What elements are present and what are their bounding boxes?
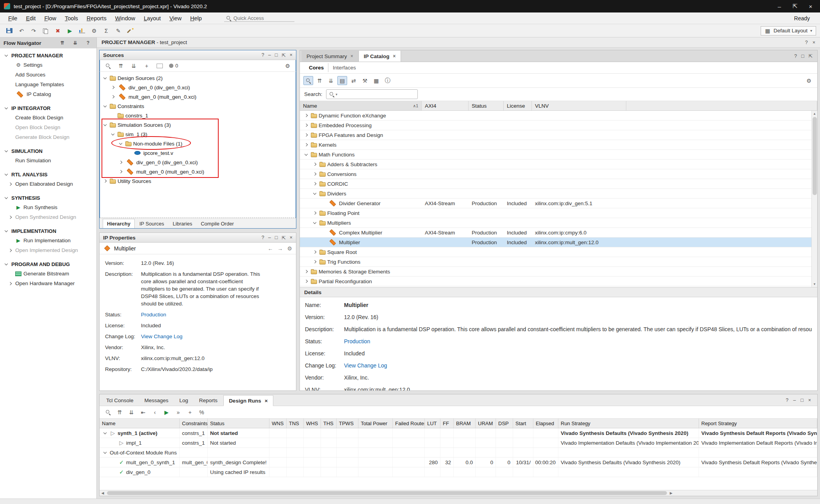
column-header-failed-routes[interactable]: Failed Routes: [393, 419, 425, 428]
column-header-elapsed[interactable]: Elapsed: [533, 419, 558, 428]
edit-button[interactable]: ✎: [113, 26, 124, 36]
chevron-right-icon[interactable]: [110, 84, 116, 91]
chevron-right-icon[interactable]: [312, 249, 318, 255]
step-forward-button[interactable]: »: [173, 408, 183, 417]
source-row-mult-gen-0-mult-gen-0-xci[interactable]: mult_gen_0 (mult_gen_0.xci): [100, 92, 296, 101]
flownav-section-header-program-and-debug[interactable]: PROGRAM AND DEBUG: [0, 259, 96, 269]
collapse-button[interactable]: ⇈: [115, 408, 125, 417]
flownav-section-header-implementation[interactable]: IMPLEMENTATION: [0, 226, 96, 236]
expand-button[interactable]: ⇊: [129, 61, 139, 70]
flownav-item-open-synthesized-design[interactable]: Open Synthesized Design: [0, 212, 96, 222]
scroll-right-icon[interactable]: ▶: [668, 491, 674, 495]
catalog-row-partial-reconfiguration[interactable]: Partial Reconfiguration: [300, 277, 817, 286]
column-header-constraints[interactable]: Constraints: [180, 419, 208, 428]
flownav-section-header-synthesis[interactable]: SYNTHESIS: [0, 193, 96, 202]
chevron-down-icon[interactable]: [3, 148, 9, 154]
search-button[interactable]: [103, 61, 113, 70]
grid-button[interactable]: ▦: [371, 76, 381, 85]
catalog-row-floating-point[interactable]: Floating Point: [300, 208, 817, 218]
close-icon[interactable]: ×: [290, 235, 292, 241]
source-row-constrs-1[interactable]: constrs_1: [100, 111, 296, 120]
run-row-out-of-context-module-runs[interactable]: Out-of-Context Module Runs: [100, 448, 817, 458]
flownav-item-language-templates[interactable]: Language Templates: [0, 80, 96, 89]
catalog-row-adders-subtracters[interactable]: Adders & Subtracters: [300, 160, 817, 169]
maximize-icon[interactable]: ⇱: [282, 52, 285, 58]
tab-reports[interactable]: Reports: [194, 395, 223, 406]
property-value[interactable]: View Change Log: [344, 362, 812, 369]
chevron-down-icon[interactable]: [312, 220, 318, 226]
source-row-mult-gen-0-mult-gen-0-xci[interactable]: mult_gen_0 (mult_gen_0.xci): [100, 167, 296, 176]
catalog-row-divider-generator[interactable]: Divider GeneratorAXI4-StreamProductionIn…: [300, 199, 817, 208]
menu-flow[interactable]: Flow: [40, 14, 61, 23]
chevron-right-icon[interactable]: [7, 214, 13, 220]
column-header-dsp[interactable]: DSP: [496, 419, 513, 428]
help-icon[interactable]: ?: [794, 53, 797, 59]
flownav-item-settings[interactable]: ⚙Settings: [0, 60, 96, 70]
collapse-button[interactable]: ⇈: [57, 39, 67, 48]
column-header-name[interactable]: Name: [100, 419, 180, 428]
step-back-button[interactable]: ‹: [150, 408, 160, 417]
chevron-down-icon[interactable]: [3, 261, 9, 267]
chevron-down-icon[interactable]: [102, 75, 108, 81]
chevron-right-icon[interactable]: [303, 122, 309, 128]
info-button[interactable]: ⓘ: [383, 76, 392, 85]
forward-icon[interactable]: →: [277, 245, 283, 252]
detach-button[interactable]: ⇄: [349, 76, 358, 85]
scrollbar-thumb[interactable]: [813, 117, 817, 195]
help-icon[interactable]: ?: [786, 398, 788, 403]
chevron-down-icon[interactable]: [102, 122, 108, 128]
source-row-div-gen-0-div-gen-0-xci[interactable]: div_gen_0 (div_gen_0.xci): [100, 158, 296, 167]
tab-compile-order[interactable]: Compile Order: [197, 219, 238, 228]
help-icon[interactable]: ?: [262, 235, 264, 241]
close-icon[interactable]: ×: [290, 52, 292, 58]
flownav-section-header-project-manager[interactable]: PROJECT MANAGER: [0, 51, 96, 60]
column-header-ths[interactable]: THS: [321, 419, 337, 428]
flownav-item-add-sources[interactable]: Add Sources: [0, 70, 96, 80]
minimize-icon[interactable]: –: [772, 1, 787, 11]
add-button[interactable]: +: [142, 61, 152, 70]
close-icon[interactable]: ×: [803, 1, 818, 11]
maximize-icon[interactable]: ⇱: [809, 53, 813, 59]
property-value[interactable]: Production: [344, 338, 812, 345]
flownav-section-header-simulation[interactable]: SIMULATION: [0, 146, 96, 156]
close-icon[interactable]: ×: [393, 53, 396, 59]
property-value[interactable]: View Change Log: [141, 333, 182, 340]
add-button[interactable]: +: [185, 408, 195, 417]
delete-button[interactable]: ✖: [52, 26, 63, 36]
column-header-start[interactable]: Start: [513, 419, 533, 428]
scrollbar-thumb[interactable]: [107, 491, 667, 495]
chevron-down-icon[interactable]: [3, 195, 9, 201]
chevron-down-icon[interactable]: [303, 151, 309, 158]
column-header-uram[interactable]: URAM: [476, 419, 496, 428]
menu-window[interactable]: Window: [111, 14, 140, 23]
column-header-total-power[interactable]: Total Power: [358, 419, 393, 428]
chevron-down-icon[interactable]: [102, 103, 108, 109]
search-button[interactable]: [303, 76, 313, 85]
sigma-button[interactable]: Σ: [101, 26, 112, 36]
column-header-vlnv[interactable]: VLNV: [532, 101, 626, 110]
tab-tcl-console[interactable]: Tcl Console: [101, 395, 139, 406]
catalog-search-input[interactable]: [338, 91, 415, 97]
menu-edit[interactable]: Edit: [21, 14, 40, 23]
close-icon[interactable]: ×: [808, 398, 811, 403]
source-row-simulation-sources-3[interactable]: Simulation Sources (3): [100, 120, 296, 130]
gear-icon[interactable]: ⚙: [287, 245, 292, 252]
source-row-sim-1-3[interactable]: sim_1 (3): [100, 130, 296, 139]
run-row-mult-gen-0-synth-1[interactable]: ✓mult_gen_0_synth_1mult_gen_0synth_desig…: [100, 458, 817, 467]
run-row-synth-1-active[interactable]: ▷synth_1 (active)constrs_1Not startedViv…: [100, 428, 817, 438]
collapse-button[interactable]: ⇈: [116, 61, 126, 70]
save-button[interactable]: [4, 26, 15, 36]
step-first-button[interactable]: ⇤: [138, 408, 148, 417]
tab-ip-catalog[interactable]: IP Catalog×: [359, 51, 401, 62]
catalog-row-multiplier[interactable]: MultiplierProductionIncludedxilinx.com:i…: [300, 238, 817, 247]
layout-selector[interactable]: ▦ Default Layout ▾: [761, 26, 816, 35]
menu-tools[interactable]: Tools: [61, 14, 82, 23]
catalog-row-kernels[interactable]: Kernels: [300, 140, 817, 150]
chevron-right-icon[interactable]: [7, 181, 13, 187]
run-button[interactable]: ▶: [162, 408, 171, 417]
chevron-right-icon[interactable]: [312, 161, 318, 167]
source-row-non-module-files-1[interactable]: Non-module Files (1): [100, 139, 296, 148]
catalog-row-fpga-features-and-design[interactable]: FPGA Features and Design: [300, 130, 817, 140]
settings-button[interactable]: ⚙: [283, 61, 292, 70]
chevron-right-icon[interactable]: [102, 178, 108, 184]
